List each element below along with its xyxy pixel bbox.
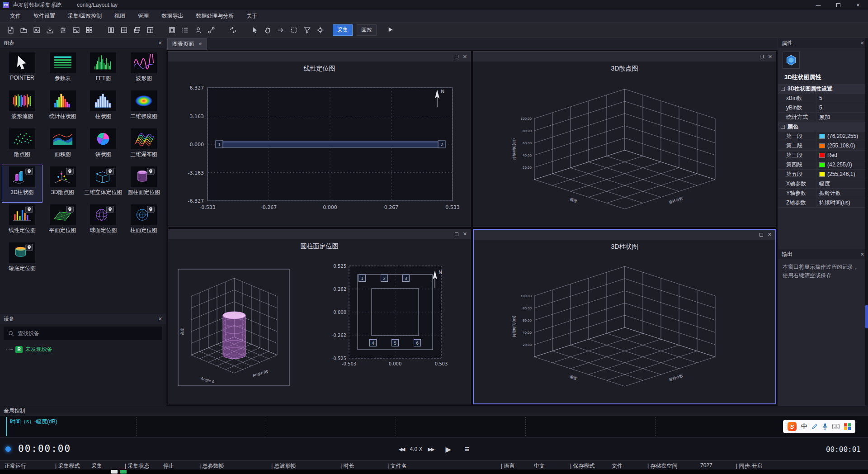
collapse-icon[interactable] — [781, 87, 785, 91]
hand-tool-icon[interactable] — [262, 24, 274, 36]
palette-item-histogram[interactable]: 柱状图 — [83, 89, 124, 127]
property-value[interactable]: 累加 — [816, 113, 868, 122]
device-search-input[interactable]: 查找设备 — [4, 327, 162, 340]
scrollbar-thumb[interactable] — [865, 305, 868, 328]
property-value[interactable]: Red — [816, 151, 868, 160]
page-frame-icon[interactable] — [166, 24, 178, 36]
menu-item-0[interactable]: 文件 — [4, 12, 27, 20]
property-value[interactable]: 幅度 — [816, 179, 868, 188]
palette-item-bar3d[interactable]: 3D柱状图 — [2, 165, 42, 203]
panel-close-icon[interactable]: ✕ — [768, 54, 772, 60]
menu-item-2[interactable]: 采集/回放控制 — [61, 12, 108, 20]
palette-item-pointer[interactable]: POINTER — [2, 51, 42, 89]
property-value[interactable]: (255,108,0) — [816, 141, 868, 150]
close-icon[interactable]: ✕ — [158, 40, 162, 46]
play-button[interactable]: ▶ — [446, 445, 451, 454]
panel-maximize-icon[interactable] — [455, 232, 458, 236]
palette-item-waterfall-3d[interactable]: 三维瀑布图 — [123, 127, 164, 165]
property-value[interactable]: 5 — [816, 103, 868, 112]
timeline-strip[interactable]: 时间（s）-幅度(dB) S 中 — [0, 415, 868, 438]
panel-close-icon[interactable]: ✕ — [768, 232, 772, 237]
palette-item-area[interactable]: 面积图 — [42, 127, 83, 165]
panel-close-icon[interactable]: ✕ — [463, 54, 467, 60]
play-icon[interactable] — [387, 26, 394, 34]
replay-button[interactable]: 回放 — [357, 24, 377, 36]
palette-item-scatter[interactable]: 散点图 — [2, 127, 42, 165]
palette-item-locate-tank[interactable]: 罐底定位图 — [2, 241, 42, 279]
pointer-tool-icon[interactable] — [249, 24, 260, 36]
list-view-icon[interactable] — [179, 24, 191, 36]
menu-item-5[interactable]: 数据导出 — [155, 12, 189, 20]
data-export-icon[interactable] — [44, 24, 56, 36]
palette-item-locate-sphere[interactable]: 球面定位图 — [83, 203, 124, 241]
sogou-badge[interactable]: S — [788, 422, 797, 431]
palette-item-locate-cylinder[interactable]: 圆柱面定位图 — [123, 165, 164, 203]
new-file-icon[interactable] — [5, 24, 16, 36]
palette-item-locate-cylsurface[interactable]: 柱面定位图 — [123, 203, 164, 241]
menu-item-1[interactable]: 软件设置 — [27, 12, 61, 20]
panel-3d-bar[interactable]: ✕ 3D柱状图 100.0080.0060.0040.0020.00 幅度 振铃… — [473, 229, 776, 405]
image-export-icon[interactable] — [31, 24, 42, 36]
layout-tile-icon[interactable] — [144, 24, 156, 36]
layout-grid-icon[interactable] — [118, 24, 130, 36]
close-button[interactable]: ✕ — [848, 0, 868, 10]
tab-chart-page[interactable]: 图表页面 ✕ — [167, 38, 207, 50]
property-value[interactable]: (255,246,1) — [816, 170, 868, 179]
keyboard-icon[interactable] — [832, 424, 840, 429]
palette-item-stat-histogram[interactable]: 统计柱状图 — [42, 89, 83, 127]
palette-item-fft[interactable]: FFT图 — [83, 51, 124, 89]
property-section-4[interactable]: 颜色 — [778, 122, 868, 132]
slice-tool-icon[interactable] — [301, 24, 313, 36]
taskbar-icon[interactable] — [111, 470, 118, 474]
device-tree-item[interactable]: R 未发现设备 — [6, 346, 166, 353]
property-value[interactable]: (76,202,255) — [816, 132, 868, 141]
transport-menu-button[interactable]: ≡ — [465, 445, 470, 454]
open-file-icon[interactable] — [18, 24, 29, 36]
panel-maximize-icon[interactable] — [455, 55, 458, 58]
rewind-button[interactable]: ◀◀ — [399, 446, 405, 452]
palette-item-param-table[interactable]: 参数表 — [42, 51, 83, 89]
panel-maximize-icon[interactable] — [760, 233, 763, 237]
menu-item-7[interactable]: 关于 — [240, 12, 264, 20]
right-scrollbar[interactable] — [865, 38, 868, 406]
palette-item-intensity-2d[interactable]: 二维强度图 — [123, 89, 164, 127]
panel-3d-scatter[interactable]: ✕ 3D散点图 100.0080.0060.0040.0020.00 幅度 振铃… — [473, 51, 776, 227]
palette-item-waveform[interactable]: 波形图 — [123, 51, 164, 89]
object-icon-tile[interactable] — [783, 52, 800, 69]
property-value[interactable]: 5 — [816, 94, 868, 103]
panel-close-icon[interactable]: ✕ — [463, 231, 467, 237]
tab-close-icon[interactable]: ✕ — [198, 42, 202, 47]
palette-item-locate-plane[interactable]: 平面定位图 — [42, 203, 83, 241]
toolbox-icon[interactable] — [844, 423, 851, 430]
ime-mode-indicator[interactable]: 中 — [801, 422, 807, 431]
property-section-0[interactable]: 3D柱状图属性设置 — [778, 84, 868, 94]
property-value[interactable]: 持续时间(us) — [816, 198, 868, 207]
menu-item-6[interactable]: 数据处理与分析 — [189, 12, 240, 20]
menu-item-3[interactable]: 视图 — [108, 12, 132, 20]
user-icon[interactable] — [192, 24, 204, 36]
palette-item-scatter3d[interactable]: 3D散点图 — [42, 165, 83, 203]
palette-item-locate-3d[interactable]: 三维立体定位图 — [83, 165, 124, 203]
fast-forward-button[interactable]: ▶▶ — [428, 446, 434, 452]
menu-item-4[interactable]: 管理 — [132, 12, 155, 20]
mic-icon[interactable] — [822, 423, 828, 430]
timeline-playhead[interactable] — [6, 417, 7, 436]
collapse-icon[interactable] — [781, 125, 785, 129]
layout-cascade-icon[interactable] — [131, 24, 143, 36]
param-settings-icon[interactable] — [57, 24, 69, 36]
panel-linear-locator[interactable]: ✕ 线性定位图 6.3273.1630.000-3.163-6.327-0.53… — [168, 51, 471, 227]
minimize-button[interactable]: — — [808, 0, 828, 10]
close-icon[interactable]: ✕ — [158, 316, 162, 322]
taskbar-icon[interactable] — [120, 470, 127, 474]
wave-settings-icon[interactable] — [70, 24, 82, 36]
node-link-icon[interactable] — [205, 24, 217, 36]
panel-maximize-icon[interactable] — [760, 55, 764, 58]
acquire-button[interactable]: 采集 — [333, 24, 353, 36]
palette-item-waveform-stream[interactable]: 波形流图 — [2, 89, 42, 127]
link-icon[interactable] — [227, 24, 239, 36]
palette-item-pie[interactable]: 饼状图 — [83, 127, 124, 165]
crosshair-tool-icon[interactable] — [314, 24, 326, 36]
arrow-tool-icon[interactable] — [275, 24, 287, 36]
pen-icon[interactable] — [811, 423, 818, 430]
panel-cylinder-locator[interactable]: ✕ 圆柱面定位图 高度 Angle 0 Angle 90 0.5250.2620… — [168, 229, 471, 405]
